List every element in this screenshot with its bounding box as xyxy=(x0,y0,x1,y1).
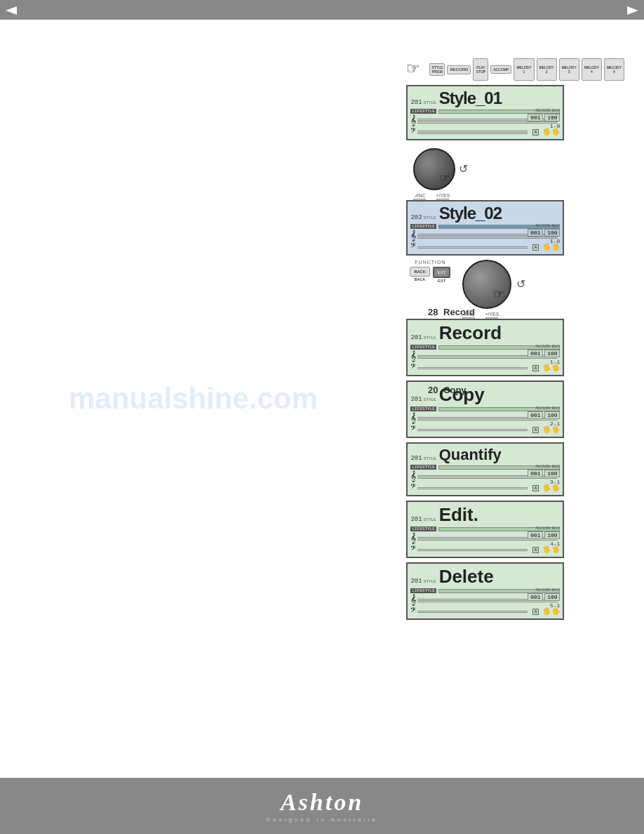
lcd-num-2: 202 xyxy=(410,214,422,221)
lcd-top-row-3: 201 STYLE Record xyxy=(410,322,560,344)
melody4-button[interactable]: MELODY 4 xyxy=(582,58,602,81)
bass-clef-2: 𝄢 xyxy=(410,242,416,252)
ext-label: EXT xyxy=(438,279,446,283)
bass-clef-6: 𝄢 xyxy=(410,545,416,555)
lcd-top-row-1: 201 STYLE Style_01 xyxy=(410,88,560,108)
ashton-logo: Ashton Designed in Australia xyxy=(266,789,377,823)
back-label: BACK xyxy=(414,277,425,282)
lcd-title-7: Delete xyxy=(439,566,494,588)
step-28-label: 28 Record xyxy=(428,307,475,317)
minus-inc-label-1: -/INC xyxy=(414,193,425,198)
play-stop-button[interactable]: PLAY STOP xyxy=(473,58,488,81)
lcd-display-6: 201 STYLE Edit. LIFESTYLE 𝄞 xyxy=(406,501,564,558)
lcd-style-label-2: STYLE xyxy=(424,216,436,220)
melody1-button[interactable]: MELODY 1 xyxy=(514,58,534,81)
ashton-subtitle: Designed in Australia xyxy=(266,816,377,823)
lcd-title-1: Style_01 xyxy=(439,88,502,108)
step-20-label: 20 Copy xyxy=(428,385,467,395)
lcd-title-2: Style_02 xyxy=(439,204,502,223)
function-buttons: FUNCTION BACK BACK EXT EXT xyxy=(410,260,450,283)
lcd-position-4: 2-1 xyxy=(550,421,560,427)
lcd-position-2: 1-0 xyxy=(550,238,560,244)
lcd-position-6: 4-1 xyxy=(550,541,560,547)
back-button[interactable]: BACK xyxy=(410,267,429,277)
accomp-button[interactable]: ACCOMP xyxy=(490,65,511,74)
treble-clef-6: 𝄞 xyxy=(410,533,416,544)
lcd-position-1: 1-0 xyxy=(550,123,560,129)
lcd-top-row-2: 202 STYLE Style_02 xyxy=(410,204,560,223)
treble-clef-3: 𝄞 xyxy=(410,351,416,362)
ashton-brand-text: Ashton xyxy=(281,789,363,816)
lcd-title-5: Quantify xyxy=(439,446,502,464)
lcd-title-3: Record xyxy=(439,322,502,344)
treble-clef-7: 𝄞 xyxy=(410,595,416,606)
bottom-bar: Ashton Designed in Australia xyxy=(0,778,644,834)
lcd-position-7: 5-1 xyxy=(550,602,560,609)
plus-yes-label-1: +/YES xyxy=(436,193,450,198)
lcd-position-3: 1-1 xyxy=(550,359,560,365)
dial-arrow-1: ↺ xyxy=(459,162,468,176)
lcd-num-1: 201 xyxy=(410,99,422,106)
melody2-button[interactable]: MELODY 2 xyxy=(537,58,557,81)
dial-arrow-2: ↺ xyxy=(516,277,525,291)
treble-clef-5: 𝄞 xyxy=(410,471,416,482)
function-label: FUNCTION xyxy=(415,260,445,265)
treble-clef-1: 𝄞 xyxy=(410,115,416,126)
bass-clef-7: 𝄢 xyxy=(410,607,416,616)
lcd-right-info-1: MEASURE BEAT 001 100 1-0 xyxy=(528,109,560,129)
melody5-button[interactable]: MELODY 5 xyxy=(604,58,624,81)
button-row: ☞ STYLE PRGM RECORD PLAY STOP ACCOMP MEL… xyxy=(406,58,624,81)
lcd-position-5: 3-1 xyxy=(550,479,560,485)
lcd-display-3: 201 STYLE Record LIFESTYLE 𝄞 xyxy=(406,319,564,376)
bass-clef-4: 𝄢 xyxy=(410,425,416,435)
main-content: manualshine.com ☞ STYLE PRGM RECORD PLAY… xyxy=(0,20,644,778)
hand-pointer-icon: ☞ xyxy=(406,60,426,79)
bass-clef-5: 𝄢 xyxy=(410,483,416,493)
dial-1-container: ☞ ↺ -/INC +/YES xyxy=(413,148,455,204)
lcd-style-label-1: STYLE xyxy=(424,100,436,105)
svg-marker-0 xyxy=(6,6,17,15)
top-bar xyxy=(0,0,644,20)
lcd-title-6: Edit. xyxy=(439,504,478,526)
right-panel: ☞ STYLE PRGM RECORD PLAY STOP ACCOMP MEL… xyxy=(406,58,624,624)
treble-clef-4: 𝄞 xyxy=(410,413,416,424)
dial-1[interactable]: ☞ xyxy=(413,148,455,190)
lcd-display-1: 201 STYLE Style_01 LIFESTYLE 𝄞 xyxy=(406,85,564,140)
ext-button[interactable]: EXT xyxy=(433,267,451,278)
dial-2[interactable]: ☞ xyxy=(462,260,511,309)
style-button[interactable]: STYLE PRGM xyxy=(429,63,445,76)
melody3-button[interactable]: MELODY 3 xyxy=(559,58,579,81)
dial-section-1: ☞ ↺ -/INC +/YES xyxy=(406,145,624,197)
watermark: manualshine.com xyxy=(69,382,318,416)
lcd-display-2: 202 STYLE Style_02 LIFESTYLE 𝄞 xyxy=(406,200,564,256)
lcd-display-7: 201 STYLE Delete LIFESTYLE 𝄞 xyxy=(406,562,564,620)
svg-marker-1 xyxy=(627,6,638,15)
dial-hand-icon-1: ☞ xyxy=(440,171,450,185)
bass-clef-3: 𝄢 xyxy=(410,363,416,373)
record-button[interactable]: RECORD xyxy=(447,65,471,74)
dial-hand-icon-2: ☞ xyxy=(493,286,504,302)
bass-clef-1: 𝄢 xyxy=(410,127,416,137)
lcd-right-info-2: MEASURE BEAT 001 100 1-0 xyxy=(528,224,560,244)
plus-yes-label-2: +/YES xyxy=(485,312,499,317)
lcd-display-5: 201 STYLE Quantify LIFESTYLE 𝄞 xyxy=(406,442,564,496)
treble-clef-2: 𝄞 xyxy=(410,230,416,241)
